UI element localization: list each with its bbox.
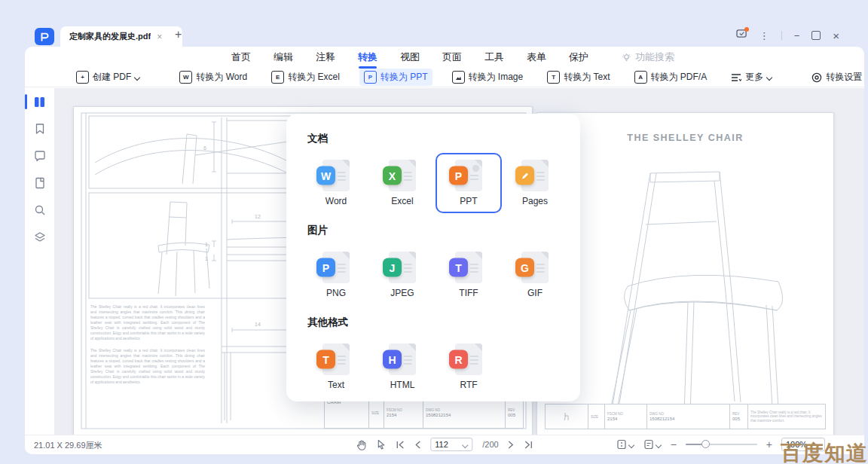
doc-lines-deco bbox=[404, 264, 412, 265]
convert-settings-label: 转换设置 bbox=[826, 71, 862, 84]
menu-protect[interactable]: 保护 bbox=[569, 50, 588, 64]
menu-tools[interactable]: 工具 bbox=[484, 50, 504, 64]
format-row-images: P PNG J JPEG T TIFF bbox=[303, 245, 580, 305]
window-controls: ⋮ − × bbox=[736, 29, 839, 42]
sidebar-attachments[interactable] bbox=[25, 169, 54, 197]
convert-ppt-button[interactable]: P 转换为 PPT bbox=[359, 69, 432, 86]
menu-view[interactable]: 视图 bbox=[400, 50, 420, 64]
kebab-menu-icon[interactable]: ⋮ bbox=[760, 30, 769, 41]
convert-settings-button[interactable]: 转换设置 bbox=[807, 69, 864, 86]
next-page-icon[interactable] bbox=[509, 441, 515, 449]
format-label: Text bbox=[328, 380, 344, 390]
doc-lines-deco bbox=[470, 356, 478, 357]
left-title-block: CHAIR SIZE FSCM NO 2154 DWG NO 150821215… bbox=[324, 397, 524, 429]
format-option-word[interactable]: W Word bbox=[303, 153, 369, 213]
document-canvas[interactable]: 6 1 1 12 14 The Shelley Chair really is … bbox=[54, 88, 864, 435]
chevron-down-icon bbox=[629, 442, 634, 447]
zoom-out-button[interactable]: − bbox=[671, 438, 677, 450]
convert-text-button[interactable]: T 转换为 Text bbox=[542, 69, 614, 86]
dim-6: 6 bbox=[203, 145, 206, 151]
prev-page-icon[interactable] bbox=[414, 441, 420, 449]
sidebar-comments[interactable] bbox=[25, 142, 54, 169]
fit-mode-button[interactable] bbox=[643, 439, 662, 450]
menu-home[interactable]: 首页 bbox=[231, 50, 251, 64]
convert-word-button[interactable]: W 转换为 Word bbox=[175, 69, 252, 86]
create-pdf-button[interactable]: + 创建 PDF bbox=[72, 69, 145, 86]
watermark: 百度知道 bbox=[781, 443, 868, 464]
titleblock-rev-value: 005 bbox=[508, 412, 521, 418]
right-title-block: SIZE FSCM NO 2154 DWG NO 1508212154 REV … bbox=[545, 404, 826, 429]
ppt-icon: P bbox=[364, 71, 377, 84]
menu-annotate[interactable]: 注释 bbox=[316, 50, 335, 64]
menu-convert[interactable]: 转换 bbox=[358, 50, 377, 64]
format-option-text[interactable]: T Text bbox=[303, 337, 369, 397]
format-label: RTF bbox=[460, 380, 477, 390]
hand-tool-icon[interactable] bbox=[356, 439, 366, 450]
zoom-slider[interactable] bbox=[686, 444, 757, 445]
more-button[interactable]: 更多 bbox=[726, 69, 777, 86]
close-button[interactable]: × bbox=[833, 29, 839, 42]
menu-page[interactable]: 页面 bbox=[442, 50, 462, 64]
document-tab[interactable]: 定制家具的发展史.pdf × bbox=[60, 26, 182, 47]
last-page-icon[interactable] bbox=[524, 441, 533, 449]
html-badge: H bbox=[383, 350, 402, 369]
page-number-input[interactable]: 112 bbox=[430, 438, 472, 451]
menu-form[interactable]: 表单 bbox=[527, 50, 546, 64]
png-badge: P bbox=[316, 258, 335, 277]
sidebar-search[interactable] bbox=[25, 197, 54, 224]
feature-search[interactable]: 功能搜索 bbox=[622, 50, 674, 64]
sidebar-thumbnails[interactable] bbox=[25, 88, 54, 115]
pages-badge bbox=[515, 166, 534, 185]
format-label: TIFF bbox=[459, 288, 478, 298]
titleblock-size-label: SIZE bbox=[371, 411, 381, 415]
window-divider bbox=[781, 31, 782, 40]
zoom-slider-thumb[interactable] bbox=[701, 440, 710, 448]
app-logo-icon[interactable] bbox=[35, 28, 54, 45]
select-cursor-icon[interactable] bbox=[376, 439, 386, 450]
section-title-documents: 文档 bbox=[307, 132, 580, 145]
feedback-icon[interactable] bbox=[736, 29, 747, 42]
left-sidebar bbox=[25, 88, 55, 435]
format-option-html[interactable]: H HTML bbox=[369, 337, 436, 397]
format-option-excel[interactable]: X Excel bbox=[369, 153, 436, 213]
png-file-icon: P bbox=[322, 252, 350, 283]
titleblock-fscm-value: 2154 bbox=[607, 416, 644, 422]
titleblock-dwg-value: 1508212154 bbox=[426, 412, 503, 418]
dim-14: 14 bbox=[255, 322, 261, 327]
format-option-ppt-selected[interactable]: P PPT bbox=[436, 153, 502, 213]
format-option-tiff[interactable]: T TIFF bbox=[436, 245, 502, 305]
menu-edit[interactable]: 编辑 bbox=[274, 50, 293, 64]
format-option-png[interactable]: P PNG bbox=[303, 245, 369, 305]
format-row-documents: W Word X Excel P bbox=[303, 153, 580, 213]
convert-image-button[interactable]: 转换为 Image bbox=[448, 69, 528, 86]
sidebar-layers[interactable] bbox=[25, 224, 54, 251]
chevron-down-icon bbox=[463, 442, 468, 447]
ppt-file-icon: P bbox=[455, 160, 482, 191]
word-file-icon: W bbox=[322, 160, 350, 191]
convert-pdfa-button[interactable]: A 转换为 PDF/A bbox=[630, 69, 712, 86]
format-label: Pages bbox=[522, 196, 548, 206]
new-tab-button[interactable]: + bbox=[175, 29, 182, 41]
sidebar-bookmarks[interactable] bbox=[25, 115, 54, 142]
excel-file-icon: X bbox=[389, 160, 416, 191]
minimize-button[interactable]: − bbox=[794, 30, 800, 41]
convert-image-label: 转换为 Image bbox=[469, 71, 524, 84]
format-option-jpeg[interactable]: J JPEG bbox=[369, 245, 436, 305]
format-option-gif[interactable]: G GIF bbox=[502, 245, 568, 305]
word-icon: W bbox=[179, 71, 192, 84]
text-badge: T bbox=[316, 350, 335, 369]
format-option-rtf[interactable]: R RTF bbox=[436, 337, 502, 397]
first-page-icon[interactable] bbox=[396, 441, 405, 449]
page-view-mode-button[interactable] bbox=[616, 439, 634, 450]
pdf-page-right[interactable]: THE SHELLEY CHAIR bbox=[536, 112, 834, 435]
pdfa-icon: A bbox=[634, 71, 647, 84]
format-option-pages[interactable]: Pages bbox=[502, 153, 568, 213]
convert-excel-label: 转换为 Excel bbox=[288, 71, 340, 84]
text-icon: T bbox=[547, 71, 560, 84]
maximize-button[interactable] bbox=[811, 31, 821, 40]
section-title-images: 图片 bbox=[307, 224, 580, 237]
tab-close-icon[interactable]: × bbox=[157, 32, 162, 41]
format-label: Excel bbox=[391, 196, 413, 206]
convert-excel-button[interactable]: E 转换为 Excel bbox=[267, 69, 344, 86]
zoom-in-button[interactable]: + bbox=[766, 438, 772, 450]
